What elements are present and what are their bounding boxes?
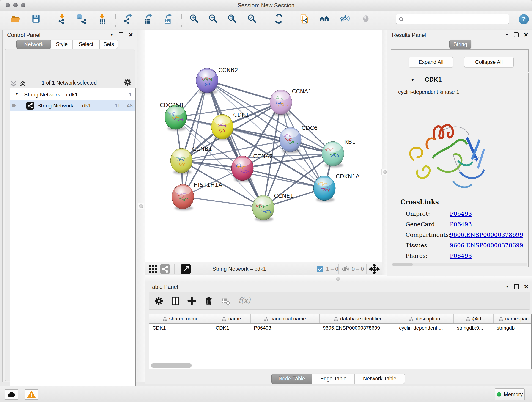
cloud-button[interactable] [5,389,18,400]
network-node-CCNB2[interactable] [196,68,218,93]
tab-string[interactable]: String [449,40,471,49]
column-header-canonical-name[interactable]: canonical name [251,314,320,323]
horizontal-scrollbar[interactable] [392,263,527,266]
toolbar-separator [291,13,291,27]
panel-float-icon[interactable] [119,32,123,37]
tab-node-table[interactable]: Node Table [272,374,312,384]
zoom-selected-icon[interactable] [246,13,258,25]
network-node-CDK1[interactable] [211,114,233,139]
save-session-icon[interactable] [30,13,42,25]
network-node-CCNE1[interactable] [252,195,274,220]
panel-float-icon[interactable] [514,32,519,37]
tab-edge-table[interactable]: Edge Table [312,374,355,384]
warning-button[interactable] [25,389,38,400]
search-box[interactable] [396,14,509,24]
export-image-icon[interactable] [162,13,174,25]
tab-network[interactable]: Network [17,40,51,49]
column-header-database-identifier[interactable]: database identifier [320,314,396,323]
network-node-CCNA2[interactable] [231,156,253,181]
show-all-eye-icon[interactable] [360,13,372,25]
network-node-CCNB1[interactable] [171,148,192,173]
panel-float-icon[interactable] [514,284,519,289]
import-network-file-icon[interactable] [56,13,68,25]
gear-icon[interactable] [124,78,132,86]
vertical-splitter-right[interactable] [382,30,387,275]
gene-description: cyclin-dependent kinase 1 [398,89,459,95]
collapse-all-icon[interactable] [10,80,17,87]
network-collection-row[interactable]: ▼ String Network – cdk1 1 [10,89,135,100]
tab-sets[interactable]: Sets [100,40,118,49]
houses-icon[interactable] [318,13,330,25]
hide-selected-eye-icon[interactable] [338,13,350,25]
gene-section-header[interactable]: ▼ CDK1 [391,73,528,86]
column-header-namespac[interactable]: namespac [494,314,532,323]
import-network-database-icon[interactable] [75,13,87,25]
network-node-CDC6[interactable] [279,127,301,152]
delete-column-trash-icon[interactable] [204,296,214,306]
search-input[interactable] [405,16,509,22]
control-panel: Control Panel ▼ × Network Style Select S… [2,30,137,382]
selected-checkbox-icon[interactable] [317,266,323,272]
panel-menu-icon[interactable]: ▼ [505,284,509,289]
collapse-all-button[interactable]: Collapse All [464,57,514,67]
panel-menu-icon[interactable]: ▼ [505,32,509,37]
show-columns-icon[interactable] [171,296,180,306]
new-network-from-selection-icon[interactable] [299,13,311,25]
zoom-in-icon[interactable] [188,13,200,25]
horizontal-splitter[interactable] [145,275,532,282]
table-horizontal-scrollbar-thumb[interactable] [151,364,192,368]
crosslink-link[interactable]: P06493 [450,221,472,228]
section-expander-icon[interactable]: ▼ [411,77,415,82]
tree-expander-icon[interactable]: ▼ [15,91,19,96]
panel-close-icon[interactable]: × [128,33,133,37]
pan-crosshair-icon[interactable] [369,264,380,274]
column-attribute-icon [264,317,268,321]
network-edge-HIST1H1A-CCNE1 [183,197,263,208]
add-column-icon[interactable] [187,296,196,306]
network-node-RB1[interactable] [322,141,344,166]
panel-close-icon[interactable]: × [524,285,528,288]
column-attribute-icon [499,317,503,321]
vertical-splitter-left[interactable] [137,30,145,382]
help-icon[interactable]: ? [519,14,529,24]
crosslink-link[interactable]: P06493 [450,211,472,217]
network-node-CDC25B[interactable] [165,105,187,129]
column-header-shared-name[interactable]: shared name [149,314,212,323]
refresh-icon[interactable] [273,13,285,25]
tab-network-table[interactable]: Network Table [355,374,405,384]
column-header--id[interactable]: @id [454,314,494,323]
crosslink-link[interactable]: 9606.ENSP00000378699 [450,231,523,238]
column-header-description[interactable]: description [396,314,454,323]
column-header-name[interactable]: name [212,314,251,323]
crosslink-link[interactable]: 9606.ENSP00000378699 [450,242,523,249]
network-view-share-icon[interactable] [160,264,170,274]
zoom-out-icon[interactable] [207,13,219,25]
expand-all-button[interactable]: Expand All [409,57,453,67]
table-gear-icon[interactable] [154,296,164,306]
open-folder-icon[interactable] [10,13,22,25]
panel-menu-icon[interactable]: ▼ [110,32,114,37]
network-row-selected[interactable]: String Network – cdk1 11 48 [10,100,135,111]
grid-view-icon[interactable] [149,264,158,274]
network-view-canvas[interactable]: CCNB2CCNA1CDC25BCDK1CDC6RB1CCNB1CCNA2CDK… [145,30,382,262]
status-bar: Memory [0,386,532,402]
memory-button[interactable]: Memory [495,389,525,400]
table-row[interactable]: CDK1CDK1P064939606.ENSP00000378699cyclin… [149,324,531,332]
tab-select[interactable]: Select [72,40,100,49]
protein-structure-image [400,112,497,195]
export-table-icon[interactable] [142,13,154,25]
tab-style[interactable]: Style [51,40,72,49]
search-icon [399,17,404,22]
birdseye-view-icon[interactable] [181,264,191,274]
zoom-fit-icon[interactable] [226,13,238,25]
import-table-file-icon[interactable] [96,13,108,25]
selected-count: 1 – 0 [326,266,338,272]
node-table: shared namenamecanonical namedatabase id… [149,314,532,370]
export-network-icon[interactable] [122,13,134,25]
network-node-CCNA1[interactable] [270,90,292,115]
network-node-HIST1H1A[interactable] [172,184,194,209]
network-status-dot [12,104,16,108]
network-node-CDKN1A[interactable] [313,176,336,201]
crosslink-link[interactable]: P06493 [450,253,472,259]
panel-close-icon[interactable]: × [524,33,528,37]
